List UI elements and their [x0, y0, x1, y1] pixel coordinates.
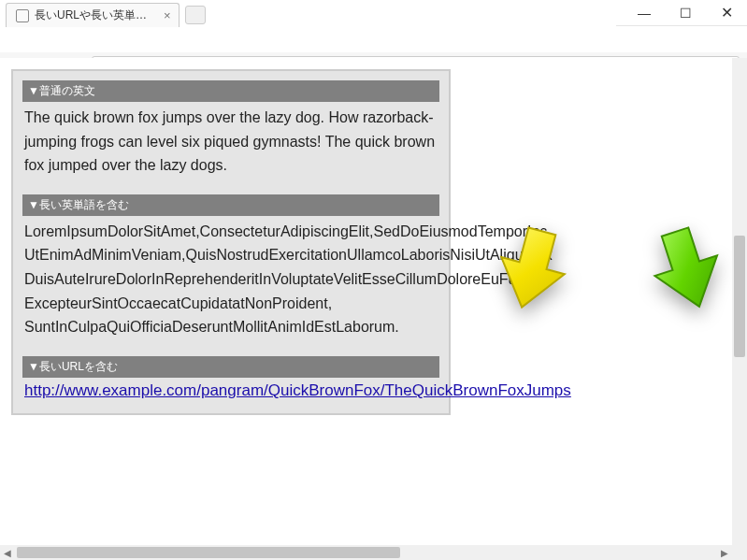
green-arrow-icon — [645, 223, 729, 320]
window-close-button[interactable]: ✕ — [706, 0, 747, 26]
vertical-scrollbar[interactable] — [732, 58, 747, 545]
scroll-right-icon[interactable]: ▶ — [717, 545, 732, 560]
long-word-line: UtEnimAdMinimVeniam,QuisNostrudExercitat… — [24, 243, 438, 267]
scroll-corner — [732, 545, 747, 560]
close-tab-icon[interactable]: × — [162, 8, 173, 22]
section-heading-3: ▼長いURLを含む — [22, 356, 439, 378]
sample-box: ▼普通の英文 The quick brown fox jumps over th… — [11, 69, 451, 415]
window-minimize-button[interactable]: — — [624, 0, 665, 26]
long-word-line: DuisAuteIrureDolorInReprehenderitInVolup… — [24, 267, 438, 292]
tab-strip: 長いURLや長い英単語だとE × — [0, 0, 616, 27]
section-heading-1: ▼普通の英文 — [22, 80, 439, 102]
section-heading-2: ▼長い英単語を含む — [22, 194, 439, 216]
window-maximize-button[interactable]: ☐ — [665, 0, 706, 26]
browser-tab[interactable]: 長いURLや長い英単語だとE × — [6, 3, 180, 27]
new-tab-button[interactable] — [185, 6, 206, 24]
yellow-arrow-icon — [490, 223, 574, 320]
section-body-2: LoremIpsumDolorSitAmet,ConsecteturAdipis… — [22, 216, 439, 347]
horizontal-scroll-thumb[interactable] — [17, 547, 400, 558]
page-favicon-icon — [16, 9, 29, 22]
section-body-1: The quick brown fox jumps over the lazy … — [22, 102, 439, 185]
horizontal-scrollbar[interactable]: ◀ ▶ — [0, 545, 732, 560]
scroll-left-icon[interactable]: ◀ — [0, 545, 15, 560]
long-word-line: LoremIpsumDolorSitAmet,ConsecteturAdipis… — [24, 220, 438, 244]
tab-title: 長いURLや長い英単語だとE — [35, 7, 156, 23]
long-word-line: SuntInCulpaQuiOfficiaDeseruntMollitAnimI… — [24, 315, 438, 339]
page-viewport: ▼普通の英文 The quick brown fox jumps over th… — [0, 58, 747, 545]
long-word-line: ExcepteurSintOccaecatCupidatatNonProiden… — [24, 292, 438, 316]
section-body-3: http://www.example.com/pangram/QuickBrow… — [22, 378, 439, 400]
vertical-scroll-thumb[interactable] — [734, 236, 745, 357]
long-url-link[interactable]: http://www.example.com/pangram/QuickBrow… — [24, 381, 571, 399]
